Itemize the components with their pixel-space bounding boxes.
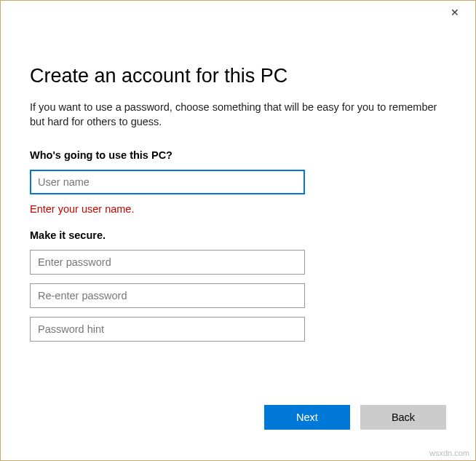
- username-input[interactable]: [30, 170, 305, 194]
- username-section-label: Who's going to use this PC?: [30, 149, 446, 161]
- password-input[interactable]: [30, 250, 305, 275]
- watermark-text: wsxdn.com: [429, 449, 469, 457]
- secure-section-label: Make it secure.: [30, 229, 446, 241]
- reenter-password-input[interactable]: [30, 283, 305, 308]
- next-button[interactable]: Next: [264, 405, 350, 430]
- button-row: Next Back: [264, 405, 446, 430]
- close-icon: ✕: [451, 7, 459, 18]
- password-hint-input[interactable]: [30, 317, 305, 342]
- username-error-text: Enter your user name.: [30, 203, 446, 215]
- title-bar: ✕: [1, 1, 475, 24]
- page-title: Create an account for this PC: [30, 65, 446, 87]
- close-button[interactable]: ✕: [443, 2, 467, 23]
- main-content: Create an account for this PC If you wan…: [1, 24, 475, 342]
- page-subtitle: If you want to use a password, choose so…: [30, 101, 446, 129]
- back-button[interactable]: Back: [360, 405, 446, 430]
